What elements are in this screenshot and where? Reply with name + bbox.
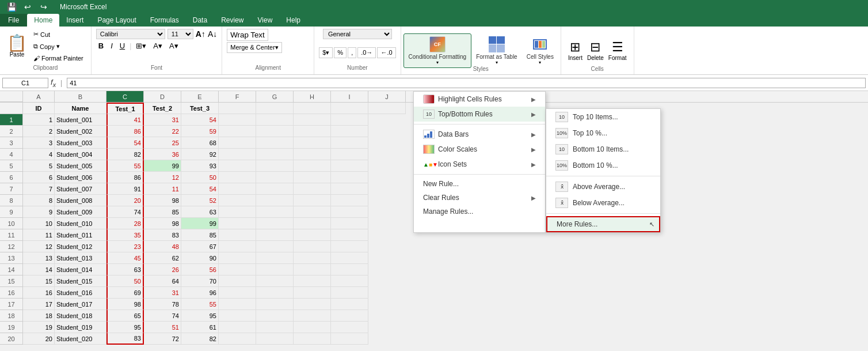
cell-g20[interactable] xyxy=(256,333,294,345)
copy-button[interactable]: ⧉ Copy ▾ xyxy=(31,41,86,52)
cell-b-header[interactable]: Name xyxy=(55,103,106,114)
cell-g17[interactable] xyxy=(256,299,294,310)
number-format-select[interactable]: General xyxy=(323,29,392,39)
cell-e5[interactable]: 93 xyxy=(181,160,219,172)
cell-e15[interactable]: 70 xyxy=(181,275,219,287)
cell-d2[interactable]: 22 xyxy=(144,126,181,137)
submenu-more-rules[interactable]: More Rules... ↖ xyxy=(546,216,660,232)
cell-h4[interactable] xyxy=(294,149,331,160)
cell-i19[interactable] xyxy=(331,322,368,333)
cell-g14[interactable] xyxy=(256,264,294,275)
menu-new-rule[interactable]: New Rule... xyxy=(414,177,545,191)
cell-f2[interactable] xyxy=(219,126,256,137)
submenu-bottom-10-percent[interactable]: 10% Bottom 10 %... xyxy=(546,157,660,173)
fill-color-button[interactable]: A▾ xyxy=(151,40,165,51)
cell-i11[interactable] xyxy=(331,229,368,241)
cell-g19[interactable] xyxy=(256,322,294,333)
cell-e-header[interactable]: Test_3 xyxy=(181,103,219,114)
tab-review[interactable]: Review xyxy=(214,14,250,27)
cell-d14[interactable]: 26 xyxy=(144,264,181,275)
percent-button[interactable]: % xyxy=(334,47,347,58)
cell-c18[interactable]: 65 xyxy=(106,310,144,322)
cell-e9[interactable]: 63 xyxy=(181,206,219,218)
cell-f16[interactable] xyxy=(219,287,256,299)
cell-a5[interactable]: 5 xyxy=(23,160,55,172)
comma-button[interactable]: , xyxy=(348,47,356,58)
cell-f12[interactable] xyxy=(219,241,256,252)
cell-d9[interactable]: 85 xyxy=(144,206,181,218)
cell-i8[interactable] xyxy=(331,195,368,206)
menu-clear-rules[interactable]: Clear Rules ▶ xyxy=(414,191,545,205)
cell-e8[interactable]: 52 xyxy=(181,195,219,206)
cell-b3[interactable]: Student_003 xyxy=(55,137,106,149)
cell-c6[interactable]: 86 xyxy=(106,172,144,183)
cell-d8[interactable]: 98 xyxy=(144,195,181,206)
menu-icon-sets[interactable]: ▲ ■ ▼ Icon Sets ▶ xyxy=(414,157,545,172)
currency-button[interactable]: $▾ xyxy=(319,47,333,58)
tab-data[interactable]: Data xyxy=(186,14,214,27)
cell-b16[interactable]: Student_016 xyxy=(55,287,106,299)
cell-b18[interactable]: Student_018 xyxy=(55,310,106,322)
formula-input[interactable] xyxy=(67,78,866,88)
cell-f1[interactable] xyxy=(219,114,256,126)
cell-e2[interactable]: 59 xyxy=(181,126,219,137)
cell-i9[interactable] xyxy=(331,206,368,218)
cell-f13[interactable] xyxy=(219,252,256,264)
format-table-button[interactable]: Format as Table ▾ xyxy=(471,34,522,67)
cell-d16[interactable]: 31 xyxy=(144,287,181,299)
cell-g16[interactable] xyxy=(256,287,294,299)
cell-j-header[interactable] xyxy=(368,103,406,114)
decrease-font-button[interactable]: A↓ xyxy=(208,29,217,39)
cell-h10[interactable] xyxy=(294,218,331,229)
cell-d15[interactable]: 64 xyxy=(144,275,181,287)
wrap-text-button[interactable]: Wrap Text xyxy=(227,29,268,41)
cell-g18[interactable] xyxy=(256,310,294,322)
qat-undo[interactable]: ↩ xyxy=(21,0,35,14)
cell-f4[interactable] xyxy=(219,149,256,160)
cell-e16[interactable]: 96 xyxy=(181,287,219,299)
cell-h12[interactable] xyxy=(294,241,331,252)
cell-e1[interactable]: 54 xyxy=(181,114,219,126)
cell-f11[interactable] xyxy=(219,229,256,241)
cell-d10[interactable]: 98 xyxy=(144,218,181,229)
submenu-above-average[interactable]: x̄ Above Average... xyxy=(546,179,660,195)
cell-g12[interactable] xyxy=(256,241,294,252)
border-button[interactable]: ⊞▾ xyxy=(134,40,149,51)
cell-d11[interactable]: 83 xyxy=(144,229,181,241)
cell-a10[interactable]: 10 xyxy=(23,218,55,229)
cell-c14[interactable]: 63 xyxy=(106,264,144,275)
cut-button[interactable]: ✂ Cut xyxy=(31,29,86,40)
menu-manage-rules[interactable]: Manage Rules... xyxy=(414,205,545,218)
cell-a16[interactable]: 16 xyxy=(23,287,55,299)
cell-c19[interactable]: 95 xyxy=(106,322,144,333)
cell-b1[interactable]: Student_001 xyxy=(55,114,106,126)
cell-b6[interactable]: Student_006 xyxy=(55,172,106,183)
tab-home[interactable]: Home xyxy=(27,14,59,27)
cell-e7[interactable]: 54 xyxy=(181,183,219,195)
cell-c13[interactable]: 45 xyxy=(106,252,144,264)
tab-formulas[interactable]: Formulas xyxy=(143,14,186,27)
cell-i15[interactable] xyxy=(331,275,368,287)
cell-d5[interactable]: 99 xyxy=(144,160,181,172)
cell-g4[interactable] xyxy=(256,149,294,160)
qat-save[interactable]: 💾 xyxy=(5,0,18,14)
cell-e10[interactable]: 99 xyxy=(181,218,219,229)
cell-c10[interactable]: 28 xyxy=(106,218,144,229)
cell-g5[interactable] xyxy=(256,160,294,172)
cell-b9[interactable]: Student_009 xyxy=(55,206,106,218)
cell-e4[interactable]: 92 xyxy=(181,149,219,160)
submenu-top-10-items[interactable]: 10 Top 10 Items... xyxy=(546,109,660,125)
cell-b10[interactable]: Student_010 xyxy=(55,218,106,229)
cell-f8[interactable] xyxy=(219,195,256,206)
cell-e3[interactable]: 68 xyxy=(181,137,219,149)
cell-g15[interactable] xyxy=(256,275,294,287)
cell-b2[interactable]: Student_002 xyxy=(55,126,106,137)
cell-c1[interactable]: 41 xyxy=(106,114,144,126)
merge-center-button[interactable]: Merge & Center▾ xyxy=(227,42,282,53)
cell-f14[interactable] xyxy=(219,264,256,275)
paste-button[interactable]: 📋 Paste xyxy=(5,33,29,60)
cell-h-header[interactable] xyxy=(294,103,331,114)
cell-h5[interactable] xyxy=(294,160,331,172)
cell-d18[interactable]: 74 xyxy=(144,310,181,322)
submenu-top-10-percent[interactable]: 10% Top 10 %... xyxy=(546,125,660,141)
